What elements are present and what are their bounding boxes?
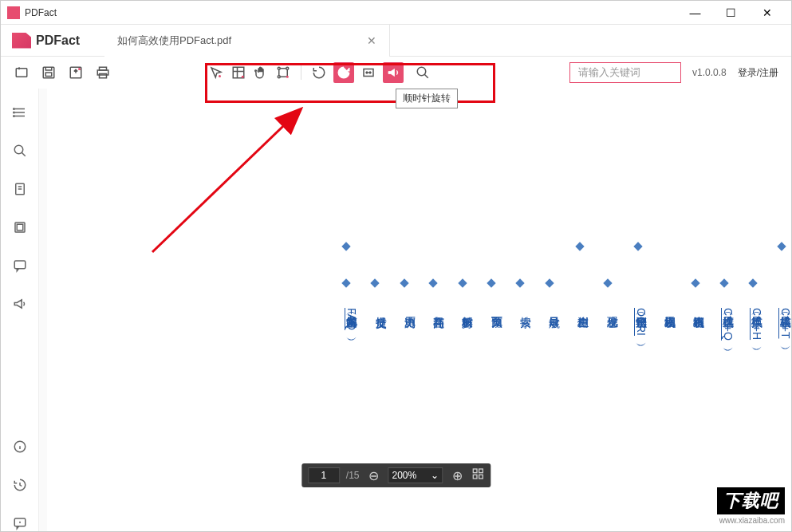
- maximize-button[interactable]: ☐: [713, 2, 749, 24]
- svg-rect-29: [473, 469, 477, 473]
- login-link[interactable]: 登录/注册: [738, 66, 778, 80]
- svg-rect-31: [473, 475, 477, 479]
- svg-point-22: [14, 145, 23, 154]
- tooltip: 顺时针旋转: [396, 89, 458, 108]
- open-file-icon[interactable]: [14, 65, 30, 81]
- bullet-diamond: [603, 278, 612, 287]
- search-icon[interactable]: [415, 65, 431, 81]
- bullet-diamond: [370, 278, 379, 287]
- page-number-input[interactable]: [308, 467, 340, 483]
- svg-point-14: [278, 76, 280, 78]
- save-icon[interactable]: [41, 65, 57, 81]
- watermark: 下载吧 www.xiazaiba.com: [717, 487, 785, 525]
- info-icon[interactable]: [12, 439, 28, 455]
- svg-point-10: [242, 76, 244, 78]
- bullet-diamond: [691, 278, 699, 287]
- zoom-in-icon[interactable]: ⊕: [449, 468, 465, 483]
- clipboard-icon[interactable]: [12, 219, 28, 235]
- rotate-ccw-icon[interactable]: [311, 65, 327, 81]
- svg-point-8: [219, 75, 221, 77]
- bullet-diamond: [515, 278, 524, 287]
- svg-rect-0: [16, 69, 27, 77]
- hand-icon[interactable]: [253, 65, 269, 81]
- toc-link[interactable]: 抓手模式（Ctrl+H）: [750, 308, 764, 340]
- bullet-diamond: [428, 278, 437, 287]
- bullet-diamond: [575, 242, 584, 250]
- svg-point-13: [286, 67, 289, 69]
- toc-link[interactable]: 光学字符识别（OCRI）: [634, 308, 648, 336]
- zoom-out-icon[interactable]: ⊖: [365, 468, 381, 483]
- close-button[interactable]: ✕: [749, 2, 785, 24]
- megaphone-icon[interactable]: [12, 296, 28, 312]
- bullet-diamond: [341, 242, 350, 250]
- app-icon: [7, 6, 20, 19]
- sidebar: [1, 89, 39, 531]
- page-controls: /15 ⊖ 200%⌄ ⊕: [301, 463, 491, 487]
- toc-link[interactable]: 常见问题解答（FAQ）: [345, 308, 359, 330]
- svg-rect-26: [14, 261, 26, 269]
- bullet-diamond: [777, 242, 786, 250]
- logo-icon: [12, 33, 31, 49]
- page-total: /15: [346, 470, 360, 481]
- bullet-diamond: [719, 278, 728, 287]
- tab-label: 如何高效使用PDFact.pdf: [117, 33, 231, 48]
- svg-point-4: [78, 68, 81, 70]
- svg-point-12: [278, 67, 280, 69]
- bullet-diamond: [748, 278, 757, 287]
- bullet-diamond: [487, 278, 495, 287]
- search-input[interactable]: 请输入关键词: [569, 62, 681, 83]
- svg-rect-25: [17, 224, 23, 231]
- svg-rect-30: [479, 469, 483, 473]
- history-icon[interactable]: [12, 477, 28, 493]
- page-icon[interactable]: [12, 181, 28, 197]
- document-tab[interactable]: 如何高效使用PDFact.pdf ✕: [104, 25, 390, 57]
- tab-close-icon[interactable]: ✕: [367, 34, 376, 47]
- watermark-logo: 下载吧: [717, 487, 785, 514]
- window-title: PDFact: [25, 7, 677, 18]
- svg-point-17: [417, 67, 426, 76]
- bullet-diamond: [458, 278, 467, 287]
- header: PDFact 如何高效使用PDFact.pdf ✕: [1, 25, 791, 57]
- window-titlebar: PDFact — ☐ ✕: [1, 1, 791, 25]
- print-icon[interactable]: [95, 65, 111, 81]
- svg-rect-32: [479, 475, 483, 479]
- comment-icon[interactable]: [12, 258, 28, 274]
- watermark-url: www.xiazaiba.com: [717, 516, 785, 525]
- pointer-icon[interactable]: [208, 65, 224, 81]
- toc-link[interactable]: 框选模式（Ctrl+Q）: [721, 308, 735, 341]
- export-icon[interactable]: [68, 65, 84, 81]
- logo: PDFact: [1, 33, 104, 49]
- sidebar-search-icon[interactable]: [12, 143, 28, 159]
- outline-icon[interactable]: [12, 104, 28, 120]
- toolbar: 请输入关键词 v1.0.0.8 登录/注册: [1, 57, 791, 89]
- table-select-icon[interactable]: [231, 65, 246, 81]
- toc-link[interactable]: 表格模式（Ctrl+T）: [778, 308, 791, 339]
- bullet-diamond: [400, 278, 408, 287]
- grid-view-icon[interactable]: [471, 467, 484, 483]
- fit-width-icon[interactable]: [361, 65, 376, 81]
- bullet-diamond: [545, 278, 554, 287]
- bullet-diamond: [633, 242, 642, 250]
- svg-point-20: [13, 112, 14, 113]
- rotate-cw-icon[interactable]: [333, 62, 354, 83]
- svg-point-21: [13, 116, 14, 117]
- bullet-diamond: [341, 278, 350, 287]
- svg-point-15: [286, 76, 289, 78]
- svg-point-19: [13, 108, 14, 110]
- zoom-select[interactable]: 200%⌄: [388, 467, 443, 483]
- version-label: v1.0.0.8: [692, 67, 727, 78]
- svg-rect-2: [45, 73, 52, 77]
- logo-text: PDFact: [36, 33, 80, 48]
- minimize-button[interactable]: —: [677, 2, 713, 24]
- crop-icon[interactable]: [275, 65, 291, 81]
- announce-icon[interactable]: [383, 62, 404, 83]
- feedback-icon[interactable]: [12, 515, 28, 531]
